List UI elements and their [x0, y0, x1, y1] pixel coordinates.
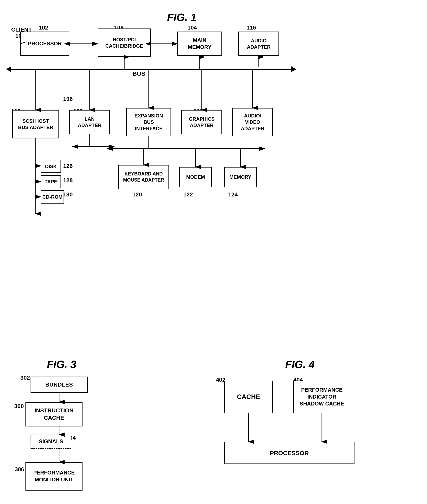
processor-box: PROCESSOR — [20, 31, 69, 56]
keyboard-box: KEYBOARD ANDMOUSE ADAPTER — [118, 165, 169, 189]
host-pci-box: HOST/PCICACHE/BRIDGE — [98, 29, 151, 57]
ref-128: 128 — [63, 177, 73, 184]
signals-box: SIGNALS — [30, 435, 71, 449]
ref-104: 104 — [187, 24, 197, 31]
fig4-cache-box: CACHE — [224, 381, 273, 413]
ref-122: 122 — [183, 191, 193, 198]
scsi-box: SCSI HOSTBUS ADAPTER — [12, 110, 59, 138]
audio-adapter-box: AUDIOADAPTER — [238, 31, 279, 56]
ref-116: 116 — [246, 24, 256, 31]
ref-126: 126 — [63, 163, 73, 169]
ref-306: 306 — [15, 466, 24, 473]
cdrom-box: CD-ROM — [41, 190, 64, 204]
fig3-title: FIG. 3 — [47, 358, 76, 371]
ref-302: 302 — [20, 375, 30, 381]
bundles-box: BUNDLES — [30, 377, 88, 393]
graphics-box: GRAPHICSADAPTER — [181, 110, 222, 134]
page: FIG. 1 CLIENT 100 102 108 104 116 PROCES… — [0, 0, 427, 504]
fig4-title: FIG. 4 — [285, 358, 314, 371]
memory-box: MEMORY — [224, 167, 257, 187]
ref-130: 130 — [63, 191, 73, 198]
arrows-svg — [0, 0, 427, 504]
ref-102: 102 — [39, 24, 48, 31]
fig4-perf-shadow-box: PERFORMANCEINDICATORSHADOW CACHE — [293, 381, 351, 413]
svg-marker-9 — [6, 66, 11, 72]
ref-120: 120 — [132, 191, 142, 198]
expansion-box: EXPANSIONBUSINTERFACE — [126, 108, 171, 136]
audio-video-box: AUDIO/VIDEOADAPTER — [232, 108, 273, 136]
modem-box: MODEM — [179, 167, 212, 187]
svg-marker-10 — [291, 66, 297, 72]
ref-106: 106 — [63, 96, 73, 102]
fig1-title: FIG. 1 — [167, 11, 196, 23]
fig4-processor-box: PROCESSOR — [224, 442, 354, 464]
bus-label: BUS — [132, 70, 145, 77]
ref-124: 124 — [228, 191, 238, 198]
disk-box: DISK — [41, 160, 61, 173]
instruction-cache-box: INSTRUCTIONCACHE — [25, 402, 83, 426]
main-memory-box: MAINMEMORY — [177, 31, 222, 56]
lan-box: LANADAPTER — [69, 110, 110, 134]
tape-box: TAPE — [41, 175, 61, 188]
ref-300: 300 — [14, 403, 24, 409]
pmu-box: PERFORMANCEMONITOR UNIT — [25, 462, 83, 490]
